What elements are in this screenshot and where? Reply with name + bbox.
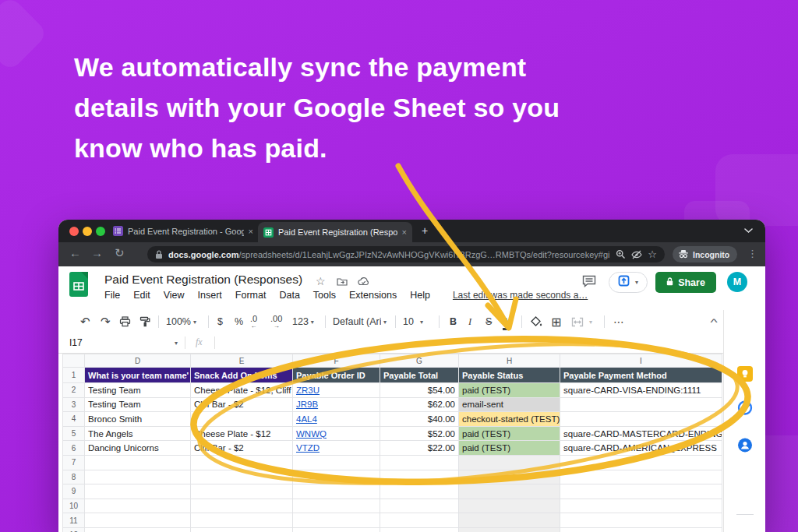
cell[interactable]: $54.00 bbox=[380, 383, 459, 398]
cell[interactable]: Dancing Unicorns bbox=[85, 441, 191, 456]
cloud-saved-icon[interactable] bbox=[358, 277, 369, 288]
cell[interactable]: Cheese Plate - $12, Cliff bbox=[191, 383, 293, 398]
row-header[interactable]: 11 bbox=[63, 513, 85, 528]
menu-tools[interactable]: Tools bbox=[313, 290, 336, 301]
empty-cell[interactable] bbox=[380, 456, 459, 470]
row-header[interactable]: 9 bbox=[63, 484, 85, 499]
name-box-caret-icon[interactable]: ▾ bbox=[175, 340, 178, 347]
empty-cell[interactable] bbox=[85, 484, 191, 499]
sheets-logo-icon[interactable] bbox=[69, 271, 89, 301]
row-header[interactable]: 7 bbox=[63, 456, 85, 470]
empty-cell[interactable] bbox=[560, 513, 722, 528]
name-box[interactable]: I17 bbox=[69, 337, 83, 348]
fill-color-icon[interactable] bbox=[531, 313, 542, 330]
cell[interactable]: square-CARD-VISA-ENDING:1111 bbox=[560, 383, 722, 398]
bookmark-star-icon[interactable]: ☆ bbox=[648, 248, 657, 260]
cell[interactable]: The Angels bbox=[85, 427, 191, 442]
cell-status[interactable]: email-sent bbox=[459, 398, 560, 413]
column-header-e[interactable]: E bbox=[191, 354, 293, 368]
contacts-icon[interactable] bbox=[738, 438, 753, 456]
empty-cell[interactable] bbox=[293, 484, 380, 499]
bold-icon[interactable]: B bbox=[450, 313, 457, 330]
cell[interactable] bbox=[191, 412, 293, 427]
menu-file[interactable]: File bbox=[104, 290, 120, 301]
font-select[interactable]: Default (Ari…▾ bbox=[333, 313, 392, 330]
new-tab-icon[interactable]: + bbox=[422, 224, 428, 237]
empty-cell[interactable] bbox=[459, 528, 560, 532]
cell[interactable]: $22.00 bbox=[380, 441, 459, 456]
empty-cell[interactable] bbox=[380, 499, 459, 514]
empty-cell[interactable] bbox=[191, 499, 293, 514]
zoom-select[interactable]: 100%▾ bbox=[166, 313, 196, 330]
cell[interactable]: Cliff Bar - $2 bbox=[191, 441, 293, 456]
menu-extensions[interactable]: Extensions bbox=[349, 290, 397, 301]
empty-cell[interactable] bbox=[293, 528, 380, 532]
increase-decimal-icon[interactable]: .00→ bbox=[270, 314, 282, 331]
redo-icon[interactable]: ↷ bbox=[101, 313, 111, 330]
incognito-badge[interactable]: Incognito bbox=[673, 246, 737, 262]
empty-cell[interactable] bbox=[293, 456, 380, 470]
empty-cell[interactable] bbox=[560, 470, 722, 485]
empty-cell[interactable] bbox=[459, 484, 560, 499]
reload-icon[interactable]: ↻ bbox=[115, 246, 125, 260]
percent-format-icon[interactable]: % bbox=[235, 313, 243, 330]
empty-cell[interactable] bbox=[85, 513, 191, 528]
cell[interactable]: Testing Team bbox=[85, 398, 191, 413]
row-header[interactable]: 3 bbox=[63, 398, 85, 413]
empty-cell[interactable] bbox=[191, 528, 293, 532]
menu-format[interactable]: Format bbox=[235, 290, 267, 301]
column-header-h[interactable]: H bbox=[459, 354, 560, 368]
avatar[interactable]: M bbox=[727, 272, 747, 292]
undo-icon[interactable]: ↶ bbox=[80, 313, 90, 330]
back-icon[interactable]: ← bbox=[69, 246, 81, 259]
tab-forms[interactable]: Paid Event Registration - Goog × bbox=[108, 220, 258, 242]
empty-cell[interactable] bbox=[191, 470, 293, 485]
column-header-f[interactable]: F bbox=[293, 354, 380, 368]
forward-icon[interactable]: → bbox=[91, 246, 103, 259]
currency-format-icon[interactable]: $ bbox=[217, 313, 223, 330]
empty-cell[interactable] bbox=[560, 528, 722, 532]
last-edit-link[interactable]: Last edit was made seconds a… bbox=[453, 290, 588, 301]
empty-cell[interactable] bbox=[380, 484, 459, 499]
header-cell[interactable]: Payable Payment Method bbox=[560, 368, 722, 383]
menu-data[interactable]: Data bbox=[279, 290, 299, 301]
menu-edit[interactable]: Edit bbox=[133, 290, 150, 301]
document-title[interactable]: Paid Event Registration (Responses) bbox=[104, 273, 302, 287]
tasks-icon[interactable] bbox=[738, 400, 753, 418]
empty-cell[interactable] bbox=[459, 456, 560, 470]
cell-status[interactable]: paid (TEST) bbox=[459, 383, 560, 398]
header-cell[interactable]: Payable Order ID bbox=[293, 368, 380, 383]
number-format-select[interactable]: 123▾ bbox=[292, 313, 314, 330]
cell-status[interactable]: paid (TEST) bbox=[459, 427, 560, 442]
column-header-i[interactable]: I bbox=[560, 354, 722, 368]
close-icon[interactable]: × bbox=[402, 227, 407, 237]
column-header-g[interactable]: G bbox=[380, 354, 459, 368]
empty-cell[interactable] bbox=[293, 499, 380, 514]
move-folder-icon[interactable] bbox=[337, 277, 348, 288]
share-button[interactable]: Share bbox=[655, 272, 716, 293]
present-button[interactable]: ▾ bbox=[609, 272, 648, 293]
row-header[interactable]: 12 bbox=[63, 528, 85, 532]
empty-cell[interactable] bbox=[459, 470, 560, 485]
close-window-button[interactable] bbox=[69, 227, 79, 236]
password-eye-off-icon[interactable] bbox=[631, 250, 642, 259]
empty-cell[interactable] bbox=[191, 484, 293, 499]
empty-cell[interactable] bbox=[85, 499, 191, 514]
empty-cell[interactable] bbox=[191, 456, 293, 470]
row-header[interactable]: 2 bbox=[63, 383, 85, 398]
comment-icon[interactable] bbox=[582, 275, 596, 291]
empty-cell[interactable] bbox=[380, 528, 459, 532]
menu-insert[interactable]: Insert bbox=[198, 290, 222, 301]
keep-icon[interactable] bbox=[737, 366, 753, 382]
empty-cell[interactable] bbox=[560, 499, 722, 514]
decrease-decimal-icon[interactable]: .0← bbox=[250, 314, 257, 331]
empty-cell[interactable] bbox=[293, 513, 380, 528]
zoom-window-button[interactable] bbox=[96, 227, 105, 236]
empty-cell[interactable] bbox=[459, 499, 560, 514]
more-tools-icon[interactable]: ⋯ bbox=[613, 313, 624, 330]
address-bar[interactable]: docs.google.com/spreadsheets/d/1LeahjLwG… bbox=[147, 246, 665, 262]
close-icon[interactable]: × bbox=[249, 227, 253, 236]
cell[interactable]: square-CARD-AMERICAN_EXPRESS bbox=[560, 441, 722, 456]
minimize-window-button[interactable] bbox=[83, 227, 92, 236]
header-cell[interactable]: Snack Add On Items bbox=[191, 368, 293, 383]
